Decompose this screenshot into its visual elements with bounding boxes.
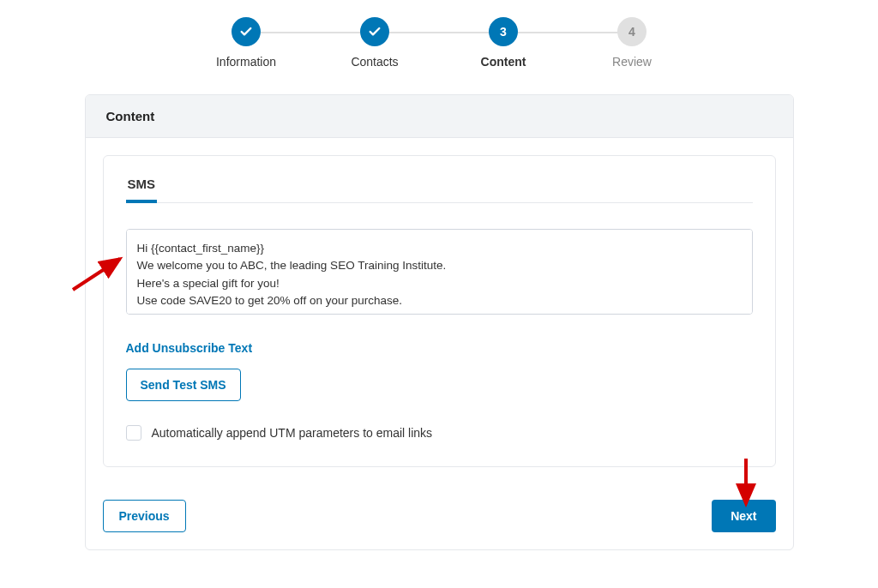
- step-label: Contacts: [351, 55, 398, 69]
- step-label: Content: [481, 55, 526, 69]
- next-button[interactable]: Next: [712, 500, 775, 532]
- utm-checkbox[interactable]: [126, 425, 141, 441]
- inner-card: SMS Add Unsubscribe Text Send Test SMS A…: [103, 155, 776, 467]
- panel-body: SMS Add Unsubscribe Text Send Test SMS A…: [86, 138, 793, 484]
- step-information[interactable]: Information: [182, 17, 310, 69]
- tabs-row: SMS: [126, 177, 753, 203]
- step-contacts[interactable]: Contacts: [310, 17, 439, 69]
- step-label: Review: [612, 55, 652, 69]
- previous-button[interactable]: Previous: [103, 500, 186, 532]
- step-label: Information: [216, 55, 276, 69]
- tab-sms[interactable]: SMS: [126, 177, 158, 203]
- panel-title: Content: [86, 95, 793, 138]
- step-content[interactable]: 3 Content: [439, 17, 568, 69]
- footer-row: Previous Next: [86, 484, 793, 549]
- step-review[interactable]: 4 Review: [568, 17, 696, 69]
- add-unsubscribe-link[interactable]: Add Unsubscribe Text: [126, 341, 253, 355]
- step-number: 3: [489, 17, 518, 46]
- utm-checkbox-label: Automatically append UTM parameters to e…: [152, 426, 433, 440]
- utm-checkbox-row: Automatically append UTM parameters to e…: [126, 425, 753, 441]
- sms-message-input[interactable]: [126, 229, 753, 315]
- step-number: 4: [617, 17, 646, 46]
- check-icon: [360, 17, 389, 46]
- check-icon: [232, 17, 261, 46]
- stepper: Information Contacts 3 Content 4 Review: [0, 17, 878, 69]
- send-test-sms-button[interactable]: Send Test SMS: [126, 369, 241, 401]
- content-panel: Content SMS Add Unsubscribe Text Send Te…: [85, 94, 794, 550]
